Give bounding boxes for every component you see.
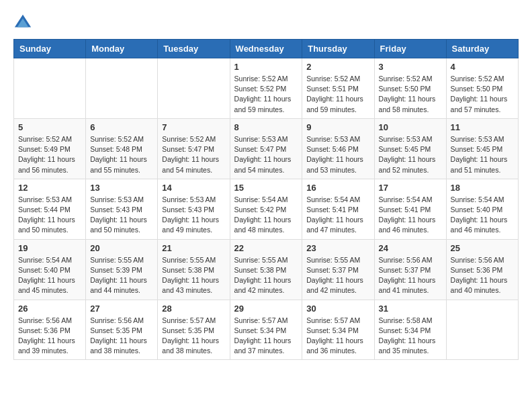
day-info: Sunrise: 5:52 AMSunset: 5:47 PMDaylight:… <box>162 134 225 175</box>
calendar-cell: 4Sunrise: 5:52 AMSunset: 5:50 PMDaylight… <box>446 58 518 119</box>
day-number: 12 <box>18 183 81 193</box>
weekday-header-sunday: Sunday <box>14 40 86 58</box>
day-info: Sunrise: 5:56 AMSunset: 5:35 PMDaylight:… <box>90 316 153 357</box>
weekday-header-friday: Friday <box>374 40 446 58</box>
day-number: 13 <box>90 183 153 193</box>
day-info: Sunrise: 5:55 AMSunset: 5:38 PMDaylight:… <box>162 255 225 296</box>
day-info: Sunrise: 5:54 AMSunset: 5:42 PMDaylight:… <box>234 195 298 236</box>
day-number: 23 <box>306 243 369 253</box>
week-row-4: 19Sunrise: 5:54 AMSunset: 5:40 PMDayligh… <box>14 239 519 300</box>
day-number: 24 <box>379 243 442 253</box>
calendar-cell: 13Sunrise: 5:53 AMSunset: 5:43 PMDayligh… <box>86 179 158 239</box>
day-number: 27 <box>90 304 153 314</box>
day-info: Sunrise: 5:54 AMSunset: 5:41 PMDaylight:… <box>379 195 442 236</box>
calendar-cell: 3Sunrise: 5:52 AMSunset: 5:50 PMDaylight… <box>374 58 446 119</box>
calendar-cell <box>446 300 518 360</box>
weekday-header-row: SundayMondayTuesdayWednesdayThursdayFrid… <box>14 40 519 58</box>
calendar-cell: 20Sunrise: 5:55 AMSunset: 5:39 PMDayligh… <box>86 239 158 300</box>
day-number: 5 <box>18 122 81 132</box>
day-number: 14 <box>162 183 225 193</box>
weekday-header-monday: Monday <box>86 40 158 58</box>
day-number: 16 <box>306 183 369 193</box>
day-info: Sunrise: 5:55 AMSunset: 5:39 PMDaylight:… <box>90 255 153 296</box>
calendar-cell: 26Sunrise: 5:56 AMSunset: 5:36 PMDayligh… <box>14 300 86 360</box>
calendar-cell: 6Sunrise: 5:52 AMSunset: 5:48 PMDaylight… <box>86 118 158 179</box>
day-number: 1 <box>234 62 298 72</box>
day-number: 2 <box>306 62 369 72</box>
day-number: 21 <box>162 243 225 253</box>
calendar-cell: 18Sunrise: 5:54 AMSunset: 5:40 PMDayligh… <box>446 179 518 239</box>
calendar-cell: 23Sunrise: 5:55 AMSunset: 5:37 PMDayligh… <box>302 239 374 300</box>
weekday-header-tuesday: Tuesday <box>158 40 230 58</box>
day-number: 30 <box>306 304 369 314</box>
calendar-cell: 17Sunrise: 5:54 AMSunset: 5:41 PMDayligh… <box>374 179 446 239</box>
day-info: Sunrise: 5:57 AMSunset: 5:34 PMDaylight:… <box>234 316 298 357</box>
calendar-cell: 29Sunrise: 5:57 AMSunset: 5:34 PMDayligh… <box>230 300 302 360</box>
calendar-cell: 9Sunrise: 5:53 AMSunset: 5:46 PMDaylight… <box>302 118 374 179</box>
day-info: Sunrise: 5:54 AMSunset: 5:40 PMDaylight:… <box>451 195 514 236</box>
calendar-cell: 2Sunrise: 5:52 AMSunset: 5:51 PMDaylight… <box>302 58 374 119</box>
calendar-cell: 30Sunrise: 5:57 AMSunset: 5:34 PMDayligh… <box>302 300 374 360</box>
day-info: Sunrise: 5:53 AMSunset: 5:44 PMDaylight:… <box>18 195 81 236</box>
calendar-table: SundayMondayTuesdayWednesdayThursdayFrid… <box>13 39 519 360</box>
week-row-2: 5Sunrise: 5:52 AMSunset: 5:49 PMDaylight… <box>14 118 519 179</box>
day-number: 10 <box>379 122 442 132</box>
calendar-cell: 24Sunrise: 5:56 AMSunset: 5:37 PMDayligh… <box>374 239 446 300</box>
day-number: 11 <box>451 122 514 132</box>
day-number: 9 <box>306 122 369 132</box>
calendar-cell: 31Sunrise: 5:58 AMSunset: 5:34 PMDayligh… <box>374 300 446 360</box>
day-info: Sunrise: 5:54 AMSunset: 5:41 PMDaylight:… <box>306 195 369 236</box>
day-info: Sunrise: 5:52 AMSunset: 5:49 PMDaylight:… <box>18 134 81 175</box>
day-info: Sunrise: 5:56 AMSunset: 5:37 PMDaylight:… <box>379 255 442 296</box>
calendar-cell: 19Sunrise: 5:54 AMSunset: 5:40 PMDayligh… <box>14 239 86 300</box>
day-info: Sunrise: 5:55 AMSunset: 5:38 PMDaylight:… <box>234 255 298 296</box>
weekday-header-thursday: Thursday <box>302 40 374 58</box>
day-info: Sunrise: 5:52 AMSunset: 5:51 PMDaylight:… <box>306 74 369 115</box>
day-info: Sunrise: 5:53 AMSunset: 5:43 PMDaylight:… <box>162 195 225 236</box>
calendar-cell: 16Sunrise: 5:54 AMSunset: 5:41 PMDayligh… <box>302 179 374 239</box>
logo-icon <box>13 13 32 32</box>
day-number: 20 <box>90 243 153 253</box>
day-info: Sunrise: 5:54 AMSunset: 5:40 PMDaylight:… <box>18 255 81 296</box>
day-number: 8 <box>234 122 298 132</box>
day-info: Sunrise: 5:53 AMSunset: 5:47 PMDaylight:… <box>234 134 298 175</box>
day-info: Sunrise: 5:52 AMSunset: 5:50 PMDaylight:… <box>379 74 442 115</box>
day-number: 17 <box>379 183 442 193</box>
day-number: 18 <box>451 183 514 193</box>
day-number: 28 <box>162 304 225 314</box>
logo <box>13 13 35 32</box>
calendar-cell: 5Sunrise: 5:52 AMSunset: 5:49 PMDaylight… <box>14 118 86 179</box>
day-info: Sunrise: 5:53 AMSunset: 5:45 PMDaylight:… <box>451 134 514 175</box>
calendar-cell: 14Sunrise: 5:53 AMSunset: 5:43 PMDayligh… <box>158 179 230 239</box>
day-number: 6 <box>90 122 153 132</box>
calendar-cell <box>158 58 230 119</box>
day-number: 29 <box>234 304 298 314</box>
day-number: 26 <box>18 304 81 314</box>
calendar-cell: 25Sunrise: 5:56 AMSunset: 5:36 PMDayligh… <box>446 239 518 300</box>
calendar-cell: 21Sunrise: 5:55 AMSunset: 5:38 PMDayligh… <box>158 239 230 300</box>
day-number: 4 <box>451 62 514 72</box>
day-info: Sunrise: 5:55 AMSunset: 5:37 PMDaylight:… <box>306 255 369 296</box>
day-number: 3 <box>379 62 442 72</box>
weekday-header-wednesday: Wednesday <box>230 40 302 58</box>
calendar-cell: 28Sunrise: 5:57 AMSunset: 5:35 PMDayligh… <box>158 300 230 360</box>
page-header <box>13 13 519 32</box>
calendar-cell: 8Sunrise: 5:53 AMSunset: 5:47 PMDaylight… <box>230 118 302 179</box>
day-info: Sunrise: 5:52 AMSunset: 5:52 PMDaylight:… <box>234 74 298 115</box>
calendar-cell: 7Sunrise: 5:52 AMSunset: 5:47 PMDaylight… <box>158 118 230 179</box>
calendar-cell: 1Sunrise: 5:52 AMSunset: 5:52 PMDaylight… <box>230 58 302 119</box>
day-info: Sunrise: 5:56 AMSunset: 5:36 PMDaylight:… <box>18 316 81 357</box>
calendar-cell: 12Sunrise: 5:53 AMSunset: 5:44 PMDayligh… <box>14 179 86 239</box>
day-number: 15 <box>234 183 298 193</box>
day-info: Sunrise: 5:57 AMSunset: 5:35 PMDaylight:… <box>162 316 225 357</box>
day-info: Sunrise: 5:53 AMSunset: 5:45 PMDaylight:… <box>379 134 442 175</box>
day-number: 31 <box>379 304 442 314</box>
day-number: 19 <box>18 243 81 253</box>
week-row-5: 26Sunrise: 5:56 AMSunset: 5:36 PMDayligh… <box>14 300 519 360</box>
day-info: Sunrise: 5:56 AMSunset: 5:36 PMDaylight:… <box>451 255 514 296</box>
week-row-1: 1Sunrise: 5:52 AMSunset: 5:52 PMDaylight… <box>14 58 519 119</box>
day-info: Sunrise: 5:52 AMSunset: 5:50 PMDaylight:… <box>451 74 514 115</box>
day-info: Sunrise: 5:58 AMSunset: 5:34 PMDaylight:… <box>379 316 442 357</box>
day-info: Sunrise: 5:53 AMSunset: 5:43 PMDaylight:… <box>90 195 153 236</box>
week-row-3: 12Sunrise: 5:53 AMSunset: 5:44 PMDayligh… <box>14 179 519 239</box>
